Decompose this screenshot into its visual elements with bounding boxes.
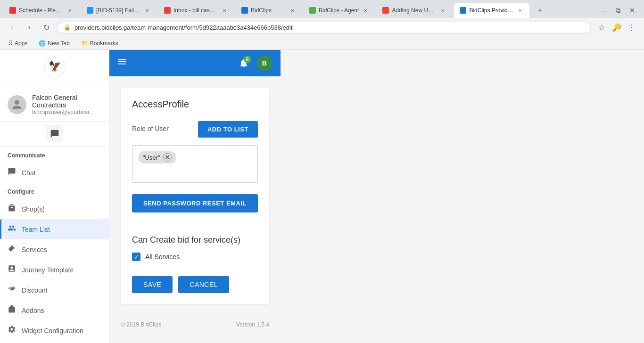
tab-label-provider: BidClips Provider ... [469,7,513,14]
tab-close-adding-users[interactable]: ✕ [439,7,446,14]
header-icons: 6 B [235,55,273,72]
can-create-section: Can Create bid for service(s) [132,235,258,245]
role-row: Role of User ADD TO LIST [132,121,258,138]
forward-button[interactable]: › [23,21,36,34]
chat-icon-button[interactable] [46,125,63,142]
app-bar-with-main: 6 B AccessProfile Role of User ADD TO LI… [109,50,281,343]
send-password-reset-button[interactable]: SEND PASSWORD RESET EMAIL [132,194,258,212]
main-content-area: AccessProfile Role of User ADD TO LIST "… [109,76,281,343]
menu-icon[interactable] [117,57,127,70]
tab-favicon-inbox [164,7,171,14]
tab-close-agent[interactable]: ✕ [362,7,369,14]
shops-label: Shop(s) [22,205,45,213]
folder-icon: 📁 [81,40,88,47]
addons-label: Addons [22,307,44,314]
more-options-icon[interactable]: ⋮ [625,21,638,34]
notification-count: 6 [244,56,251,63]
profile-name: Falcon General Contractors [32,94,101,109]
configure-section: Configure [0,183,109,199]
sidebar-item-journey[interactable]: Journey Template [0,260,109,280]
footer-bar: © 2019 BidClips Version 1.5.4 [109,316,281,334]
all-services-row: ✓ All Services [132,253,258,261]
notification-button[interactable]: 6 [235,55,252,72]
apps-bookmark[interactable]: ⠿ Apps [6,39,30,48]
discount-label: Discount [22,286,47,294]
footer-version: Version 1.5.4 [236,321,269,328]
save-button[interactable]: SAVE [132,276,173,293]
tab-favicon-bid5139 [87,7,93,14]
tab-close-inbox[interactable]: ✕ [221,7,228,14]
add-to-list-button[interactable]: ADD TO LIST [198,121,258,138]
profile-info: Falcon General Contractors bidclipsuser@… [32,94,101,115]
role-tag-label: "User" [143,154,160,161]
apps-icon: ⠿ [8,40,13,47]
role-tag-user: "User" ✕ [138,151,176,163]
bookmarks-bar: ⠿ Apps 🌐 New Tab 📁 Bookmarks [0,37,644,50]
journey-icon [8,264,16,275]
configure-section-label: Configure [8,188,101,195]
tab-adding-users[interactable]: Adding New Users ✕ [377,3,452,18]
discount-icon [8,285,16,295]
bookmark-star-icon[interactable]: ☆ [595,21,608,34]
shops-icon [8,204,16,214]
sidebar-item-shops[interactable]: Shop(s) [0,199,109,219]
app-wrapper: 🦅 Falcon General Contractors bidclipsuse… [0,50,644,343]
back-button[interactable]: ‹ [6,21,19,34]
widget-icon [8,325,16,336]
cancel-button[interactable]: CANCEL [178,276,229,293]
role-tag-remove-button[interactable]: ✕ [163,153,172,162]
browser-toolbar: ‹ › ↻ 🔒 providers.bidclips.ga/team-manag… [0,18,644,37]
sidebar-item-services[interactable]: Services [0,239,109,260]
form-actions: SAVE CANCEL [132,272,258,293]
tab-close-schedule[interactable]: ✕ [66,7,74,14]
sidebar-item-team-list[interactable]: Team List [0,219,109,239]
tab-inbox[interactable]: Inbox - bill.casey@... ✕ [158,3,234,18]
user-avatar: B [257,56,272,71]
key-icon[interactable]: 🔑 [610,21,623,34]
toolbar-actions: ☆ 🔑 ⋮ [595,21,638,34]
tab-favicon-schedule [9,7,16,14]
user-account-button[interactable]: B [256,55,273,72]
newtab-icon: 🌐 [39,40,46,47]
close-window-button[interactable]: ✕ [626,4,638,16]
tab-agent[interactable]: BidClips - Agent ✕ [304,3,375,18]
services-label: Services [22,246,47,253]
checkmark-icon: ✓ [134,253,139,261]
tab-close-bidclips[interactable]: ✕ [289,7,296,14]
browser-chrome: Schedule - Pleasa... ✕ [BID-5139] Failed… [0,0,644,50]
sidebar-item-discount[interactable]: Discount [0,280,109,300]
tab-favicon-agent [309,7,316,14]
newtab-bookmark[interactable]: 🌐 New Tab [36,39,72,48]
sidebar-item-chat[interactable]: Chat [0,163,109,183]
avatar [8,95,26,114]
all-services-label: All Services [145,253,180,261]
tab-close-bid5139[interactable]: ✕ [143,7,151,14]
sidebar-item-communication[interactable]: Communication Template [0,341,109,343]
sidebar-item-addons[interactable]: Addons [0,300,109,320]
new-tab-button[interactable]: + [533,4,546,17]
apps-label: Apps [15,40,27,47]
tab-label-bidclips: BidClips [251,7,286,14]
tab-schedule[interactable]: Schedule - Pleasa... ✕ [4,3,79,18]
tab-favicon-bidclips [241,7,248,14]
tab-bidclips[interactable]: BidClips ✕ [236,3,302,18]
tab-label-bid5139: [BID-5139] Failed ... [96,7,140,14]
minimize-button[interactable]: — [598,4,610,16]
address-bar[interactable]: 🔒 providers.bidclips.ga/team-management/… [57,22,591,33]
bookmarks-bookmark[interactable]: 📁 Bookmarks [78,39,121,48]
all-services-checkbox[interactable]: ✓ [132,253,140,261]
sidebar-item-widget[interactable]: Widget Configuration [0,320,109,341]
widget-label: Widget Configuration [22,327,83,335]
sidebar: 🦅 Falcon General Contractors bidclipsuse… [0,50,109,343]
tab-close-provider[interactable]: ✕ [516,7,524,14]
restore-button[interactable]: ⧉ [612,4,624,16]
newtab-label: New Tab [48,40,69,47]
tab-provider[interactable]: BidClips Provider ... ✕ [454,3,529,18]
tab-label-adding-users: Adding New Users [392,7,436,14]
sidebar-chat-area [0,122,109,147]
chat-nav-label: Chat [22,169,36,177]
profile-email: bidclipsuser@yourbusi... [32,109,98,115]
tab-bid5139[interactable]: [BID-5139] Failed ... ✕ [81,3,157,18]
tab-label-inbox: Inbox - bill.casey@... [173,7,218,14]
reload-button[interactable]: ↻ [40,21,53,34]
